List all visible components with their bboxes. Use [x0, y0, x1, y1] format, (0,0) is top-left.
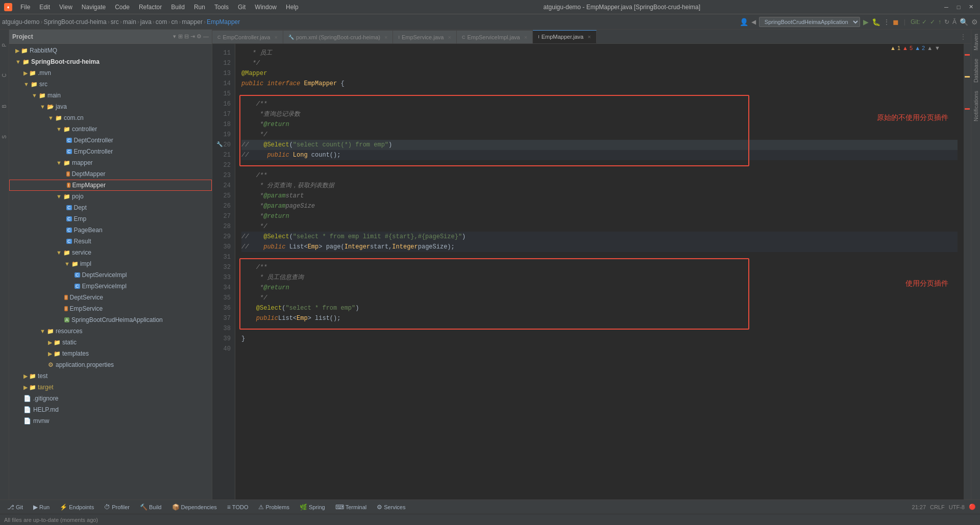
scroll-down-btn[interactable]: ▼ — [935, 45, 940, 51]
menu-edit[interactable]: Edit — [35, 3, 54, 12]
run-tool-btn[interactable]: ▶ Run — [30, 503, 53, 512]
notifications-tab[interactable]: Notifications — [972, 87, 980, 126]
close-button[interactable]: ✕ — [966, 3, 976, 11]
build-tool-btn[interactable]: 🔨 Build — [137, 503, 164, 512]
menu-file[interactable]: File — [16, 3, 34, 12]
tree-item-springbootapp[interactable]: A SpringBootCrudHeimaApplication — [9, 314, 212, 326]
git-push[interactable]: ✓ — [930, 18, 935, 26]
settings-icon[interactable]: ⚙ — [197, 33, 202, 40]
menu-build[interactable]: Build — [167, 3, 189, 12]
breadcrumb-mapper[interactable]: mapper — [182, 18, 203, 26]
tree-item-pojo[interactable]: ▼ 📁 pojo — [9, 191, 212, 202]
close-tab-pom[interactable]: × — [384, 34, 387, 40]
line-ending[interactable]: CRLF — [930, 504, 945, 510]
tree-item-mapper[interactable]: ▼ 📁 mapper — [9, 157, 212, 168]
profiler-tool-btn[interactable]: ⏱ Profiler — [101, 503, 133, 512]
terminal-tool-btn[interactable]: ⌨ Terminal — [332, 503, 370, 512]
tree-item-deptserviceimpl[interactable]: C DeptServiceImpl — [9, 269, 212, 281]
bookmarks-panel-toggle[interactable]: B — [0, 91, 9, 121]
code-content[interactable]: 原始的不使用分页插件 使用分页插件 * 员工 */ @Mapper public — [235, 44, 964, 499]
git-annotate[interactable]: Ā — [952, 18, 957, 26]
breadcrumb-cn[interactable]: cn — [172, 18, 178, 26]
tree-item-gitignore[interactable]: 📄 .gitignore — [9, 393, 212, 404]
stop-button[interactable]: ◼ — [893, 18, 899, 26]
tree-item-static[interactable]: ▶ 📁 static — [9, 337, 212, 348]
collapse-all-icon[interactable]: ⊟ — [184, 33, 189, 40]
more-tabs-button[interactable]: ⋮ — [955, 33, 971, 41]
git-pull[interactable]: ↑ — [938, 18, 941, 26]
services-tool-btn[interactable]: ⚙ Services — [374, 503, 408, 512]
close-tab-empcontroller[interactable]: × — [274, 34, 277, 40]
tab-pomxml[interactable]: 🔧 pom.xml (SpringBoot-crud-heima) × — [283, 30, 394, 43]
menu-refactor[interactable]: Refactor — [135, 3, 166, 12]
tree-item-dept[interactable]: C Dept — [9, 202, 212, 213]
tree-item-pagebean[interactable]: C PageBean — [9, 224, 212, 236]
project-panel-toggle[interactable]: P — [0, 30, 9, 60]
tree-item-empmapper[interactable]: I EmpMapper — [9, 180, 212, 191]
tree-item-springboot[interactable]: ▼ 📁 SpringBoot-crud-heima — [9, 56, 212, 67]
close-tab-empserviceimpl[interactable]: × — [524, 34, 527, 40]
scroll-to-source-icon[interactable]: ⇥ — [190, 33, 195, 40]
tree-item-templates[interactable]: ▶ 📁 templates — [9, 348, 212, 359]
tree-item-comcn[interactable]: ▼ 📁 com.cn — [9, 112, 212, 123]
tree-item-deptservice[interactable]: I DeptService — [9, 292, 212, 303]
tree-item-main[interactable]: ▼ 📁 main — [9, 90, 212, 101]
tree-item-result[interactable]: C Result — [9, 236, 212, 247]
tree-item-appprops[interactable]: ⚙ application.properties — [9, 359, 212, 370]
menu-navigate[interactable]: Navigate — [78, 3, 110, 12]
database-tab[interactable]: Database — [972, 55, 980, 87]
tree-item-java[interactable]: ▼ 📂 java — [9, 101, 212, 112]
run-config-selector[interactable]: SpringBootCrudHeimaApplication — [759, 17, 860, 27]
menu-run[interactable]: Run — [190, 3, 209, 12]
tree-item-target[interactable]: ▶ 📁 target — [9, 382, 212, 393]
search-icon[interactable]: 🔍 — [960, 18, 968, 26]
encoding[interactable]: UTF-8 — [949, 504, 965, 510]
tree-item-empcontroller[interactable]: C EmpController — [9, 146, 212, 157]
expand-all-icon[interactable]: ⊞ — [178, 33, 183, 40]
menu-help[interactable]: Help — [282, 3, 303, 12]
breadcrumb-main[interactable]: main — [123, 18, 136, 26]
tree-item-src[interactable]: ▼ 📁 src — [9, 79, 212, 90]
tree-item-deptcontroller[interactable]: C DeptController — [9, 135, 212, 146]
hide-panel-icon[interactable]: — — [203, 33, 209, 40]
structure-panel-toggle[interactable]: S — [0, 121, 9, 152]
tree-item-emp[interactable]: C Emp — [9, 213, 212, 224]
breadcrumb-current[interactable]: EmpMapper — [207, 18, 240, 26]
tree-item-controller[interactable]: ▼ 📁 controller — [9, 123, 212, 135]
back-icon[interactable]: ◀ — [751, 18, 756, 26]
tab-empserviceimpl[interactable]: C EmpServiceImpl.java × — [457, 30, 533, 43]
tab-empcontroller[interactable]: C EmpController.java × — [212, 30, 283, 43]
menu-code[interactable]: Code — [111, 3, 134, 12]
tree-item-mvn[interactable]: ▶ 📁 .mvn — [9, 67, 212, 79]
tree-item-test[interactable]: ▶ 📁 test — [9, 370, 212, 382]
close-tab-empmapper[interactable]: × — [587, 34, 591, 40]
tree-item-impl[interactable]: ▼ 📁 impl — [9, 258, 212, 269]
todo-tool-btn[interactable]: ≡ TODO — [224, 503, 252, 512]
maven-tab[interactable]: Maven — [972, 30, 980, 55]
more-run-options[interactable]: ⋮ — [884, 18, 890, 26]
person-icon[interactable]: 👤 — [740, 18, 748, 26]
tree-item-service[interactable]: ▼ 📁 service — [9, 247, 212, 258]
git-fetch[interactable]: ↻ — [944, 18, 949, 26]
tab-empservice[interactable]: I EmpService.java × — [393, 30, 457, 43]
breadcrumb-module[interactable]: SpringBoot-crud-heima — [43, 18, 106, 26]
settings-icon[interactable]: ⚙ — [971, 18, 978, 26]
menu-git[interactable]: Git — [234, 3, 250, 12]
maximize-button[interactable]: □ — [953, 3, 964, 11]
run-button[interactable]: ▶ — [863, 18, 869, 26]
tab-empmapper[interactable]: I EmpMapper.java × — [533, 30, 597, 43]
tree-item-rabbitmq[interactable]: ▶ 📁 RabbitMQ — [9, 45, 212, 56]
endpoints-tool-btn[interactable]: ⚡ Endpoints — [57, 503, 97, 512]
commit-panel-toggle[interactable]: C — [0, 60, 9, 91]
tree-item-empservice[interactable]: I EmpService — [9, 303, 212, 314]
menu-tools[interactable]: Tools — [210, 3, 233, 12]
tree-item-deptmapper[interactable]: I DeptMapper — [9, 168, 212, 180]
dependencies-tool-btn[interactable]: 📦 Dependencies — [169, 503, 220, 512]
breadcrumb-java[interactable]: java — [140, 18, 152, 26]
tree-item-mvnw[interactable]: 📄 mvnw — [9, 415, 212, 427]
breadcrumb-project[interactable]: atguigu-demo — [2, 18, 39, 26]
tree-item-resources[interactable]: ▼ 📁 resources — [9, 326, 212, 337]
menu-window[interactable]: Window — [251, 3, 281, 12]
cursor-position[interactable]: 21:27 — [912, 504, 926, 510]
breadcrumb-com[interactable]: com — [156, 18, 167, 26]
